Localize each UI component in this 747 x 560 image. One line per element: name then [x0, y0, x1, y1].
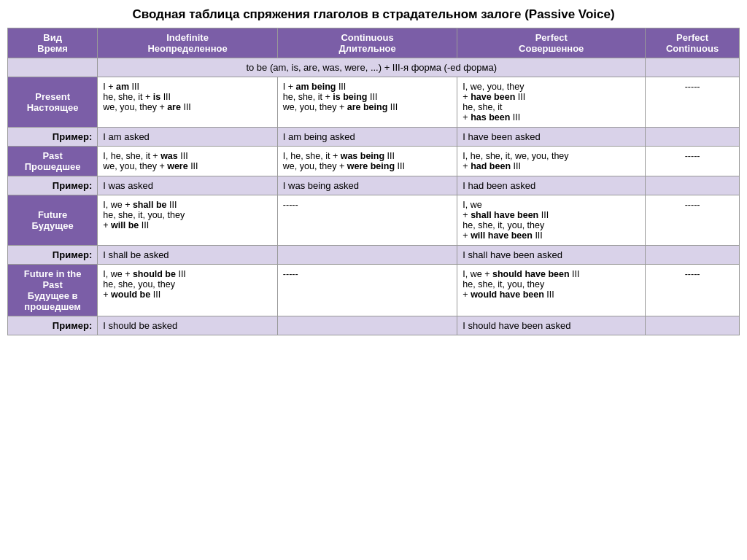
example-perfect-2: I shall have been asked — [457, 246, 646, 265]
example-label-3: Пример: — [8, 316, 98, 335]
tense-row-0: PresentНастоящееI + am IIIhe, she, it + … — [8, 77, 740, 128]
example-indefinite-3: I should be asked — [98, 316, 278, 335]
example-indefinite-2: I shall be asked — [98, 246, 278, 265]
perfect-cell-0: I, we, you, they+ have been IIIhe, she, … — [457, 77, 646, 128]
example-pc-0 — [646, 128, 740, 147]
tense-row-2: FutureБудущееI, we + shall be IIIhe, she… — [8, 195, 740, 246]
example-continuous-0: I am being asked — [277, 128, 457, 147]
example-label-0: Пример: — [8, 128, 98, 147]
continuous-cell-0: I + am being IIIhe, she, it + is being I… — [277, 77, 457, 128]
example-continuous-2 — [277, 246, 457, 265]
indefinite-cell-1: I, he, she, it + was IIIwe, you, they + … — [98, 147, 278, 176]
continuous-cell-1: I, he, she, it + was being IIIwe, you, t… — [277, 147, 457, 176]
header-perfect: Perfect Совершенное — [457, 28, 646, 58]
example-continuous-1: I was being asked — [277, 176, 457, 195]
tense-label-0: PresentНастоящее — [8, 77, 98, 128]
indefinite-cell-3: I, we + should be IIIhe, she, you, they+… — [98, 265, 278, 316]
pc-cell-3: ----- — [646, 265, 740, 316]
continuous-cell-3: ----- — [277, 265, 457, 316]
tense-row-3: Future in the PastБудущее в прошедшемI, … — [8, 265, 740, 316]
example-label-2: Пример: — [8, 246, 98, 265]
example-pc-1 — [646, 176, 740, 195]
tense-label-2: FutureБудущее — [8, 195, 98, 246]
example-row-2: Пример:I shall be askedI shall have been… — [8, 246, 740, 265]
continuous-cell-2: ----- — [277, 195, 457, 246]
perfect-cell-1: I, he, she, it, we, you, they+ had been … — [457, 147, 646, 176]
tense-row-1: PastПрошедшееI, he, she, it + was IIIwe,… — [8, 147, 740, 176]
pc-cell-2: ----- — [646, 195, 740, 246]
pc-cell-1: ----- — [646, 147, 740, 176]
pc-cell-0: ----- — [646, 77, 740, 128]
example-perfect-1: I had been asked — [457, 176, 646, 195]
example-indefinite-0: I am asked — [98, 128, 278, 147]
example-pc-2 — [646, 246, 740, 265]
perfect-cell-2: I, we+ shall have been IIIhe, she, it, y… — [457, 195, 646, 246]
header-tense: Вид Время — [8, 28, 98, 58]
tense-label-3: Future in the PastБудущее в прошедшем — [8, 265, 98, 316]
header-perfect-continuous: Perfect Continuous — [646, 28, 740, 58]
example-pc-3 — [646, 316, 740, 335]
example-perfect-0: I have been asked — [457, 128, 646, 147]
formula-cell: to be (am, is, are, was, were, ...) + II… — [98, 58, 646, 77]
example-label-1: Пример: — [8, 176, 98, 195]
indefinite-cell-2: I, we + shall be IIIhe, she, it, you, th… — [98, 195, 278, 246]
tense-label-1: PastПрошедшее — [8, 147, 98, 176]
header-indefinite: Indefinite Неопределенное — [98, 28, 278, 58]
perfect-cell-3: I, we + should have been IIIhe, she, it,… — [457, 265, 646, 316]
example-row-3: Пример:I should be askedI should have be… — [8, 316, 740, 335]
example-row-1: Пример:I was askedI was being askedI had… — [8, 176, 740, 195]
example-row-0: Пример:I am askedI am being askedI have … — [8, 128, 740, 147]
example-indefinite-1: I was asked — [98, 176, 278, 195]
indefinite-cell-0: I + am IIIhe, she, it + is IIIwe, you, t… — [98, 77, 278, 128]
main-table: Вид Время Indefinite Неопределенное Cont… — [7, 28, 740, 335]
page-title: Сводная таблица спряжения глаголов в стр… — [7, 7, 740, 22]
formula-row: to be (am, is, are, was, were, ...) + II… — [8, 58, 740, 77]
example-continuous-3 — [277, 316, 457, 335]
example-perfect-3: I should have been asked — [457, 316, 646, 335]
header-continuous: Continuous Длительное — [277, 28, 457, 58]
